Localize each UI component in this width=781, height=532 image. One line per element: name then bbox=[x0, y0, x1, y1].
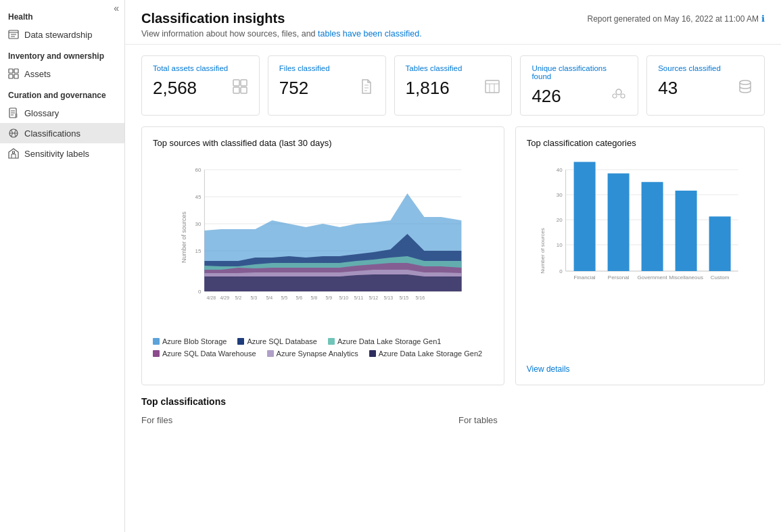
sidebar-item-glossary[interactable]: Glossary bbox=[0, 103, 124, 123]
svg-text:30: 30 bbox=[195, 221, 201, 227]
stat-total-assets: Total assets classified 2,568 bbox=[141, 55, 260, 116]
sidebar-item-label: Classifications bbox=[24, 128, 80, 139]
stat-value: 426 bbox=[531, 86, 561, 107]
for-tables-label: For tables bbox=[458, 415, 765, 425]
svg-text:10: 10 bbox=[556, 242, 562, 248]
svg-text:Miscellaneous: Miscellaneous bbox=[669, 274, 703, 281]
area-chart-title: Top sources with classified data (last 3… bbox=[153, 138, 493, 148]
sidebar-item-label: Sensitivity labels bbox=[24, 149, 89, 159]
svg-text:5/13: 5/13 bbox=[383, 295, 393, 300]
bar-chart-panel: Top classification categories Number of … bbox=[515, 126, 765, 385]
legend-blob-storage: Azure Blob Storage bbox=[153, 337, 227, 345]
svg-text:5/11: 5/11 bbox=[354, 295, 363, 300]
report-time: Report generated on May 16, 2022 at 11:0… bbox=[587, 14, 765, 24]
svg-text:0: 0 bbox=[559, 268, 563, 274]
svg-point-30 bbox=[740, 80, 751, 84]
svg-text:Personal: Personal bbox=[608, 274, 630, 281]
svg-rect-16 bbox=[233, 80, 239, 86]
svg-text:5/3: 5/3 bbox=[250, 295, 257, 300]
svg-rect-5 bbox=[14, 69, 18, 73]
svg-text:5/12: 5/12 bbox=[369, 295, 378, 300]
sidebar-item-classifications[interactable]: Classifications bbox=[0, 123, 124, 143]
stat-icon bbox=[232, 78, 248, 99]
svg-text:40: 40 bbox=[556, 167, 562, 173]
stats-row: Total assets classified 2,568 Files clas… bbox=[125, 45, 781, 126]
svg-text:5/6: 5/6 bbox=[295, 295, 302, 300]
svg-text:5/8: 5/8 bbox=[310, 295, 317, 300]
stat-label: Files classified bbox=[279, 64, 375, 72]
stat-label: Total assets classified bbox=[153, 64, 248, 72]
classification-col-files: For files bbox=[141, 415, 448, 431]
for-files-label: For files bbox=[141, 415, 448, 425]
stat-icon bbox=[484, 78, 500, 99]
page-title: Classification insights bbox=[141, 11, 422, 26]
svg-marker-49 bbox=[204, 274, 461, 291]
stat-icon bbox=[611, 87, 627, 107]
legend-synapse: Azure Synapse Analytics bbox=[267, 349, 358, 358]
sidebar-collapse-button[interactable]: « bbox=[114, 3, 119, 14]
stat-files: Files classified 752 bbox=[268, 55, 386, 116]
tables-link[interactable]: tables have been classified. bbox=[318, 29, 422, 39]
area-chart-legend: Azure Blob Storage Azure SQL Database Az… bbox=[153, 337, 493, 358]
assets-icon bbox=[8, 68, 19, 79]
stat-icon bbox=[358, 78, 375, 99]
svg-rect-15 bbox=[13, 151, 15, 153]
sidebar-item-data-stewardship[interactable]: Data stewardship bbox=[0, 24, 124, 45]
svg-text:5/9: 5/9 bbox=[325, 295, 332, 300]
info-icon: ℹ bbox=[761, 14, 765, 24]
data-stewardship-icon bbox=[8, 29, 19, 40]
area-chart-wrap: Number of sources 60 45 30 15 0 bbox=[153, 156, 493, 332]
stat-label: Tables classified bbox=[406, 64, 501, 72]
svg-rect-7 bbox=[14, 74, 18, 78]
svg-rect-19 bbox=[241, 87, 247, 93]
bar-chart-wrap: Number of sources 40 30 20 10 0 bbox=[527, 156, 753, 359]
svg-text:5/2: 5/2 bbox=[235, 295, 241, 300]
bar-miscellaneous bbox=[675, 191, 696, 271]
sidebar-item-assets[interactable]: Assets bbox=[0, 64, 124, 84]
main-content: Classification insights View information… bbox=[125, 0, 781, 532]
legend-sql-database: Azure SQL Database bbox=[237, 337, 317, 345]
stat-icon bbox=[737, 78, 753, 99]
svg-rect-23 bbox=[486, 80, 499, 93]
svg-point-29 bbox=[621, 94, 625, 98]
stat-value: 2,568 bbox=[153, 78, 197, 99]
view-details-link[interactable]: View details bbox=[527, 364, 570, 374]
svg-text:15: 15 bbox=[195, 248, 201, 254]
bar-chart-svg: Number of sources 40 30 20 10 0 bbox=[527, 156, 753, 345]
svg-text:Government: Government bbox=[637, 274, 667, 281]
svg-rect-6 bbox=[9, 74, 13, 78]
stat-value: 1,816 bbox=[406, 78, 450, 99]
svg-text:45: 45 bbox=[195, 194, 201, 200]
svg-text:5/4: 5/4 bbox=[266, 295, 273, 300]
svg-point-27 bbox=[616, 89, 621, 95]
area-chart-svg: Number of sources 60 45 30 15 0 bbox=[153, 156, 493, 318]
svg-text:0: 0 bbox=[198, 289, 202, 295]
sidebar: « Health Data stewardship Inventory and … bbox=[0, 0, 125, 532]
sidebar-item-label: Assets bbox=[24, 69, 51, 79]
bar-custom bbox=[709, 216, 730, 271]
sidebar-item-label: Glossary bbox=[24, 108, 59, 118]
svg-text:Custom: Custom bbox=[711, 274, 730, 281]
classification-columns: For files For tables bbox=[141, 415, 765, 431]
svg-text:Financial: Financial bbox=[573, 274, 595, 281]
sensitivity-labels-icon bbox=[8, 148, 19, 159]
sidebar-section-health: Health bbox=[0, 5, 124, 24]
glossary-icon bbox=[8, 107, 19, 118]
bar-government bbox=[641, 182, 663, 271]
top-classifications-section: Top classifications For files For tables bbox=[125, 396, 781, 441]
legend-datalake-gen1: Azure Data Lake Storage Gen1 bbox=[328, 337, 441, 345]
bar-personal bbox=[607, 174, 629, 272]
sidebar-section-curation: Curation and governance bbox=[0, 84, 124, 103]
svg-text:20: 20 bbox=[556, 217, 562, 223]
legend-datalake-gen2: Azure Data Lake Storage Gen2 bbox=[369, 349, 482, 358]
sidebar-item-sensitivity-labels[interactable]: Sensitivity labels bbox=[0, 143, 124, 164]
bar-chart-title: Top classification categories bbox=[527, 138, 753, 148]
stat-label: Unique classifications found bbox=[531, 64, 627, 80]
svg-text:5/15: 5/15 bbox=[399, 295, 408, 300]
page-subtitle: View information about how sources, file… bbox=[141, 29, 422, 39]
stat-value: 752 bbox=[279, 78, 308, 99]
svg-text:4/28: 4/28 bbox=[206, 295, 216, 300]
stat-value: 43 bbox=[658, 78, 678, 99]
classification-col-tables: For tables bbox=[458, 415, 765, 431]
svg-text:30: 30 bbox=[556, 192, 562, 198]
